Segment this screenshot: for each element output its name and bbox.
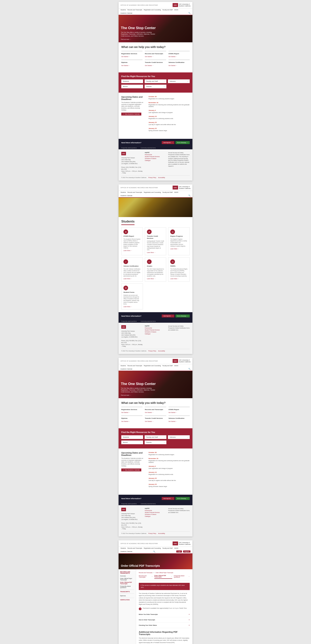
page4-nav-records[interactable]: Records and Transcripts	[128, 548, 142, 549]
page2-nav-students[interactable]: Students	[121, 192, 126, 193]
hero-link[interactable]: Find out more	[121, 39, 131, 40]
faq-before-toggle[interactable]: +	[189, 613, 190, 616]
footer-student-financial[interactable]: Student Financial Services	[145, 156, 166, 157]
nav-records[interactable]: Records and Transcripts	[128, 9, 142, 10]
page3-dup-footer-catalogue[interactable]: Catalogue	[145, 516, 166, 517]
page2-accessibility-link[interactable]: Accessibility	[158, 350, 165, 352]
page4-nav-registration[interactable]: Registration and Counseling	[144, 548, 161, 549]
sidebar-link-faq[interactable]: Frequently Asked Questions	[120, 585, 134, 588]
page3-dup-get-started-veterans[interactable]: Get Started	[169, 421, 190, 422]
page2-go-to-glossary-button[interactable]: Go to Glossary	[176, 314, 190, 318]
page3-dup-get-started-registration[interactable]: Get Started	[121, 412, 142, 413]
footer-catalogue[interactable]: Catalogue	[145, 160, 166, 161]
page3-dup-go-to-glossary-button[interactable]: Go to Glossary	[176, 497, 190, 500]
page3-dup-resource-faculty[interactable]: Faculty and Staff	[145, 435, 166, 439]
sidebar-link-pdf-transcripts[interactable]: Order Official PDF Transcripts	[120, 582, 134, 584]
page4-nav-calendar[interactable]: Academic Calendar	[121, 551, 132, 552]
page2-footer-financial-aid[interactable]: Financial Aid	[145, 327, 166, 329]
footer-schedule[interactable]: Schedule of Classes	[145, 158, 166, 159]
page2-nav-faculty[interactable]: Faculty and Staff	[162, 192, 172, 193]
breadcrumb-paper[interactable]: Order Official Paper Transcripts	[156, 572, 173, 573]
page2-nav-oasis[interactable]: OASIS	[174, 192, 178, 193]
faq-item-how[interactable]: How to Order Transcripts +	[139, 617, 190, 623]
sidebar-link-diplomas[interactable]: Diplomas	[120, 595, 134, 597]
sidebar-link-paper-transcripts[interactable]: Order Official Paper Transcripts	[120, 578, 134, 581]
page3-dup-footer-financial-aid[interactable]: Financial Aid	[145, 510, 166, 511]
page3-dup-resource-alumni[interactable]: Alumni	[121, 440, 143, 444]
page2-nav-registration[interactable]: Registration and Counseling	[144, 192, 161, 193]
search-icon[interactable]: 🔍	[188, 12, 190, 14]
page3-dup-nav-faculty[interactable]: Faculty and Staff	[162, 365, 172, 366]
view-calendar-button[interactable]: View Academic Calendar	[121, 112, 141, 116]
page2-footer-student-financial[interactable]: Student Financial Services	[145, 329, 166, 331]
accessibility-link[interactable]: Accessibility	[158, 177, 165, 178]
page2-footer-schedule[interactable]: Schedule of Classes	[145, 331, 166, 332]
page3-dup-footer-schedule[interactable]: Schedule of Classes	[145, 514, 166, 515]
trans-nav-records[interactable]: Records and Transcripts	[139, 575, 153, 579]
grades-learn-more[interactable]: Learn More	[147, 278, 164, 280]
page3-dup-nav-records[interactable]: Records and Transcripts	[128, 365, 142, 366]
page4-nav-students[interactable]: Students	[121, 548, 126, 549]
go-to-glossary-button[interactable]: Go to Glossary	[176, 141, 190, 144]
page2-visit-myusc-button[interactable]: Visit MyUSC	[162, 314, 174, 318]
page4-search-icon[interactable]: 🔍	[153, 550, 155, 552]
forms-learn-more[interactable]: Learn More	[123, 306, 141, 307]
page3-dup-get-started-transfer[interactable]: Get Started	[145, 421, 166, 422]
page3-dup-visit-myusc-button[interactable]: Visit MyUSC	[162, 497, 174, 500]
page3-dup-get-started-records[interactable]: Get Started	[145, 412, 166, 413]
faq-how-toggle[interactable]: +	[189, 619, 190, 621]
faq-item-status[interactable]: Checking Your Order Status +	[139, 623, 190, 628]
trans-nav-faq[interactable]: Frequently Asked Questions	[174, 575, 190, 579]
page4-login-btn[interactable]: Login	[176, 550, 182, 552]
get-started-diploma[interactable]: Get Started	[121, 65, 142, 66]
page3-dup-privacy-link[interactable]: Privacy Policy	[148, 533, 156, 534]
nav-faculty[interactable]: Faculty and Staff	[162, 9, 172, 10]
faq-item-before[interactable]: Before You Order Transcripts +	[139, 612, 190, 617]
resource-alumni[interactable]: Alumni	[121, 85, 143, 88]
nav-calendar[interactable]: Academic Calendar	[121, 12, 132, 14]
page3-dup-resource-students[interactable]: Students	[121, 435, 143, 439]
transfer-learn-more[interactable]: Learn More	[147, 252, 164, 253]
page4-nav-oasis[interactable]: OASIS	[174, 548, 178, 549]
privacy-link[interactable]: Privacy Policy	[148, 177, 156, 178]
get-started-stars[interactable]: Get Started	[169, 56, 190, 57]
page3-dup-nav-calendar[interactable]: Academic Calendar	[121, 368, 132, 370]
nav-oasis[interactable]: OASIS	[174, 9, 178, 10]
get-started-registration[interactable]: Get Started	[121, 56, 142, 57]
page3-dup-resource-veterans[interactable]: Veterans	[168, 435, 190, 439]
get-started-transfer[interactable]: Get Started	[145, 65, 166, 66]
get-started-records[interactable]: Get Started	[145, 56, 166, 57]
stars-learn-more[interactable]: Learn More	[123, 250, 141, 251]
page3-dup-get-started-stars[interactable]: Get Started	[169, 412, 190, 413]
page3-dup-nav-students[interactable]: Students	[121, 365, 126, 366]
page3-dup-nav-registration[interactable]: Registration and Counseling	[144, 365, 161, 366]
page2-privacy-link[interactable]: Privacy Policy	[148, 350, 156, 352]
page3-dup-get-started-diploma[interactable]: Get Started	[121, 421, 142, 422]
page3-dup-hero-link[interactable]: Find out more	[121, 394, 131, 396]
page3-dup-view-calendar-button[interactable]: View Academic Calendar	[121, 468, 141, 472]
veteran-learn-more[interactable]: Learn More	[123, 278, 141, 280]
visit-myusc-button[interactable]: Visit MyUSC	[162, 141, 174, 144]
page3-dup-search-icon[interactable]: 🔍	[188, 368, 190, 370]
page3-dup-nav-oasis[interactable]: OASIS	[174, 365, 178, 366]
nav-students[interactable]: Students	[121, 9, 126, 10]
resource-students[interactable]: Students	[121, 80, 143, 83]
page2-nav-records[interactable]: Records and Transcripts	[128, 192, 142, 193]
resource-parents[interactable]: Parents	[145, 85, 166, 88]
nav-registration[interactable]: Registration and Counseling	[144, 9, 161, 10]
ferpa-learn-more[interactable]: Learn More	[170, 278, 188, 280]
get-started-veterans[interactable]: Get Started	[169, 65, 190, 66]
page3-dup-resource-parents[interactable]: Parents	[145, 440, 166, 444]
degree-learn-more[interactable]: Learn More	[170, 248, 188, 250]
sidebar-link-overview[interactable]: Overview	[120, 575, 134, 577]
page2-search-icon[interactable]: 🔍	[188, 194, 190, 196]
page4-register-btn[interactable]: Register	[183, 550, 190, 552]
footer-financial-aid[interactable]: Financial Aid	[145, 154, 166, 155]
page2-nav-calendar[interactable]: Academic Calendar	[121, 195, 132, 196]
page2-footer-catalogue[interactable]: Catalogue	[145, 333, 166, 334]
breadcrumb-records[interactable]: Records and Transcripts	[139, 572, 152, 573]
resource-veterans[interactable]: Veterans	[168, 80, 190, 83]
trans-nav-pdf[interactable]: Order Official PDF Transcripts	[154, 575, 172, 579]
page4-nav-faculty[interactable]: Faculty and Staff	[162, 548, 172, 549]
faq-status-toggle[interactable]: +	[189, 624, 190, 626]
